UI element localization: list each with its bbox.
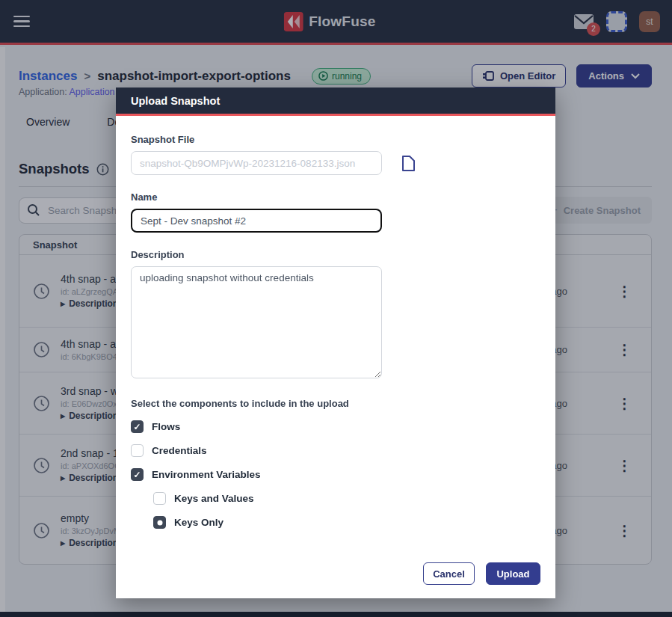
keys-only-label: Keys Only xyxy=(174,517,224,528)
credentials-checkbox[interactable] xyxy=(131,444,144,457)
snapshot-file-label: Snapshot File xyxy=(131,134,540,145)
keys-and-values-radio[interactable] xyxy=(153,492,166,505)
components-label: Select the components to include in the … xyxy=(131,398,540,409)
dialog-header: Upload Snapshot xyxy=(116,88,555,116)
flows-label: Flows xyxy=(152,421,180,432)
option-keys-and-values[interactable]: Keys and Values xyxy=(153,492,540,505)
name-label: Name xyxy=(131,191,540,203)
upload-snapshot-dialog: Upload Snapshot Snapshot File Name Descr… xyxy=(116,88,555,598)
keys-and-values-label: Keys and Values xyxy=(174,493,254,504)
option-keys-only[interactable]: Keys Only xyxy=(153,516,540,529)
file-icon[interactable] xyxy=(401,155,416,172)
flows-checkbox[interactable] xyxy=(131,420,144,433)
keys-only-radio[interactable] xyxy=(153,516,166,529)
option-credentials[interactable]: Credentials xyxy=(131,444,540,457)
environment-variables-checkbox[interactable] xyxy=(131,468,144,481)
option-flows[interactable]: Flows xyxy=(131,420,540,433)
snapshot-file-input[interactable] xyxy=(131,151,382,175)
upload-button[interactable]: Upload xyxy=(486,562,540,585)
cancel-button[interactable]: Cancel xyxy=(423,562,475,585)
environment-variables-label: Environment Variables xyxy=(152,469,261,480)
description-label: Description xyxy=(131,249,540,260)
credentials-label: Credentials xyxy=(152,445,207,456)
name-input[interactable] xyxy=(131,209,382,233)
option-environment-variables[interactable]: Environment Variables xyxy=(131,468,540,481)
dialog-title: Upload Snapshot xyxy=(131,95,220,107)
description-textarea[interactable]: uploading snapshot without credentials xyxy=(131,266,382,378)
